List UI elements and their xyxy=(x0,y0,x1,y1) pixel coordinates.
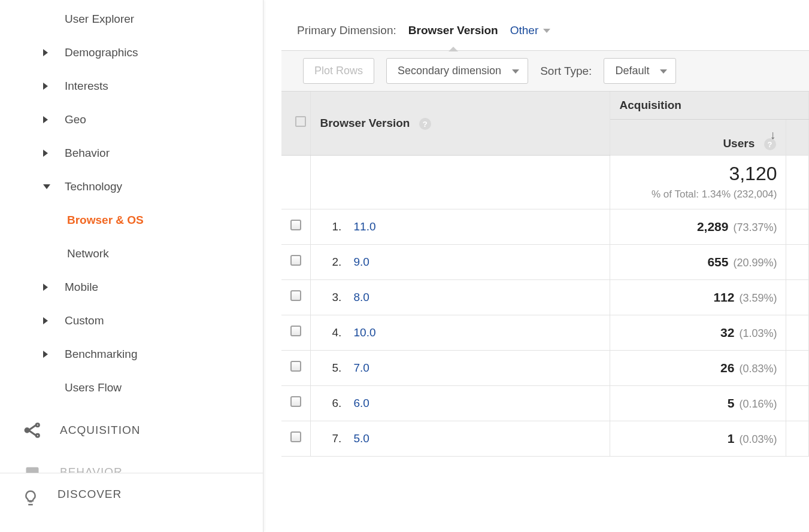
primary-dimension-label: Primary Dimension: xyxy=(297,24,396,37)
row-index: 5. xyxy=(332,361,354,375)
chevron-down-icon xyxy=(660,69,667,74)
sidebar-item-label: Geo xyxy=(65,113,86,126)
sort-desc-icon[interactable]: ↓ xyxy=(770,128,776,142)
sidebar-item-label: User Explorer xyxy=(65,13,134,26)
row-users-value: 112 xyxy=(713,290,734,304)
row-users-value: 32 xyxy=(720,326,734,339)
table-toolbar: Plot Rows Secondary dimension Sort Type:… xyxy=(281,50,809,92)
lightbulb-icon xyxy=(20,488,41,508)
sidebar-section-label: DISCOVER xyxy=(57,488,122,501)
sidebar-item-browser-os[interactable]: Browser & OS xyxy=(0,203,263,237)
caret-down-icon xyxy=(43,184,50,189)
sidebar-item-label: Benchmarking xyxy=(65,348,137,361)
row-dimension-link[interactable]: 8.0 xyxy=(354,291,369,303)
row-index: 6. xyxy=(332,397,354,410)
row-index: 1. xyxy=(332,220,354,233)
row-users-value: 5 xyxy=(728,396,735,410)
caret-right-icon xyxy=(43,284,48,291)
column-header-dimension[interactable]: Browser Version xyxy=(320,117,410,129)
row-users-pct: (0.03%) xyxy=(739,433,777,445)
sidebar-item-interests[interactable]: Interests xyxy=(0,69,263,103)
row-index: 2. xyxy=(332,256,354,269)
sidebar-section-label: BEHAVIOR xyxy=(60,466,123,473)
caret-right-icon xyxy=(43,83,48,90)
sidebar-item-label: Technology xyxy=(65,180,122,193)
sidebar-item-geo[interactable]: Geo xyxy=(0,103,263,136)
column-header-users[interactable]: Users xyxy=(723,137,755,150)
sidebar-item-benchmarking[interactable]: Benchmarking xyxy=(0,338,263,371)
summary-users-sub: % of Total: 1.34% (232,004) xyxy=(619,189,777,200)
help-icon[interactable]: ? xyxy=(419,118,431,130)
sidebar-item-behavior[interactable]: Behavior xyxy=(0,136,263,170)
sidebar-section-discover[interactable]: DISCOVER xyxy=(0,473,263,532)
sort-type-dropdown[interactable]: Default xyxy=(604,58,676,84)
svg-point-4 xyxy=(36,434,39,437)
row-dimension-link[interactable]: 6.0 xyxy=(354,397,369,409)
sidebar-item-label: Behavior xyxy=(65,147,110,160)
main-report: Primary Dimension: Browser Version Other… xyxy=(263,0,809,532)
sort-type-label: Sort Type: xyxy=(540,65,592,78)
row-index: 4. xyxy=(332,326,354,339)
row-dimension-link[interactable]: 10.0 xyxy=(354,326,376,339)
primary-dimension-bar: Primary Dimension: Browser Version Other xyxy=(281,24,809,50)
row-users-value: 2,289 xyxy=(697,220,729,233)
sidebar-section-label: ACQUISITION xyxy=(60,424,141,437)
sidebar-section-acquisition[interactable]: ACQUISITION xyxy=(0,409,263,451)
row-users-pct: (1.03%) xyxy=(739,327,777,339)
table-row: 3.8.0112(3.59%) xyxy=(281,279,809,315)
table-row: 7.5.01(0.03%) xyxy=(281,421,809,456)
primary-dimension-other[interactable]: Other xyxy=(510,24,551,37)
table-row: 6.6.05(0.16%) xyxy=(281,385,809,421)
sidebar-item-label: Interests xyxy=(65,80,108,93)
select-all-checkbox[interactable] xyxy=(295,116,306,127)
secondary-dimension-dropdown[interactable]: Secondary dimension xyxy=(386,58,528,84)
sidebar-item-label: Demographics xyxy=(65,46,138,59)
row-checkbox[interactable] xyxy=(290,396,301,407)
row-checkbox[interactable] xyxy=(290,220,301,230)
svg-line-1 xyxy=(29,425,37,430)
row-checkbox[interactable] xyxy=(290,255,301,266)
sidebar-item-label: Mobile xyxy=(65,281,98,294)
sidebar-item-label: Browser & OS xyxy=(67,214,144,227)
sidebar-item-technology[interactable]: Technology xyxy=(0,170,263,203)
sidebar-item-demographics[interactable]: Demographics xyxy=(0,36,263,69)
row-checkbox[interactable] xyxy=(290,326,301,336)
sidebar-item-users-flow[interactable]: Users Flow xyxy=(0,371,263,405)
dropdown-label: Default xyxy=(615,65,649,77)
row-users-pct: (3.59%) xyxy=(739,292,777,304)
primary-dimension-active[interactable]: Browser Version xyxy=(408,24,498,37)
row-users-value: 1 xyxy=(728,431,735,445)
row-checkbox[interactable] xyxy=(290,361,301,372)
row-checkbox[interactable] xyxy=(290,290,301,301)
row-dimension-link[interactable]: 9.0 xyxy=(354,256,369,268)
row-users-pct: (73.37%) xyxy=(733,221,777,233)
chevron-down-icon xyxy=(543,29,550,33)
row-users-value: 26 xyxy=(720,361,734,375)
sidebar-item-custom[interactable]: Custom xyxy=(0,304,263,338)
svg-point-3 xyxy=(36,424,39,427)
row-users-pct: (0.16%) xyxy=(739,398,777,410)
table-row: 1.11.02,289(73.37%) xyxy=(281,209,809,244)
row-dimension-link[interactable]: 7.0 xyxy=(354,361,369,374)
sidebar-item-mobile[interactable]: Mobile xyxy=(0,270,263,304)
other-link-label: Other xyxy=(510,24,539,37)
data-table: Browser Version ? Acquisition ↓ Users ? xyxy=(281,92,809,457)
sidebar-item-label: Custom xyxy=(65,314,104,327)
sidebar-item-label: Users Flow xyxy=(65,381,122,394)
caret-right-icon xyxy=(43,116,48,123)
plot-rows-button[interactable]: Plot Rows xyxy=(303,58,374,84)
row-users-pct: (20.99%) xyxy=(733,257,777,269)
row-index: 7. xyxy=(332,432,354,445)
caret-right-icon xyxy=(43,150,48,157)
row-dimension-link[interactable]: 5.0 xyxy=(354,432,369,445)
svg-point-0 xyxy=(25,428,29,432)
sidebar-item-user-explorer[interactable]: User Explorer xyxy=(0,2,263,36)
sidebar-section-behavior[interactable]: BEHAVIOR xyxy=(0,451,263,473)
svg-line-2 xyxy=(29,430,37,436)
table-row: 5.7.026(0.83%) xyxy=(281,350,809,385)
row-users-pct: (0.83%) xyxy=(739,363,777,375)
sidebar-item-network[interactable]: Network xyxy=(0,237,263,270)
row-dimension-link[interactable]: 11.0 xyxy=(354,220,376,233)
row-checkbox[interactable] xyxy=(290,431,301,442)
table-row: 2.9.0655(20.99%) xyxy=(281,244,809,279)
